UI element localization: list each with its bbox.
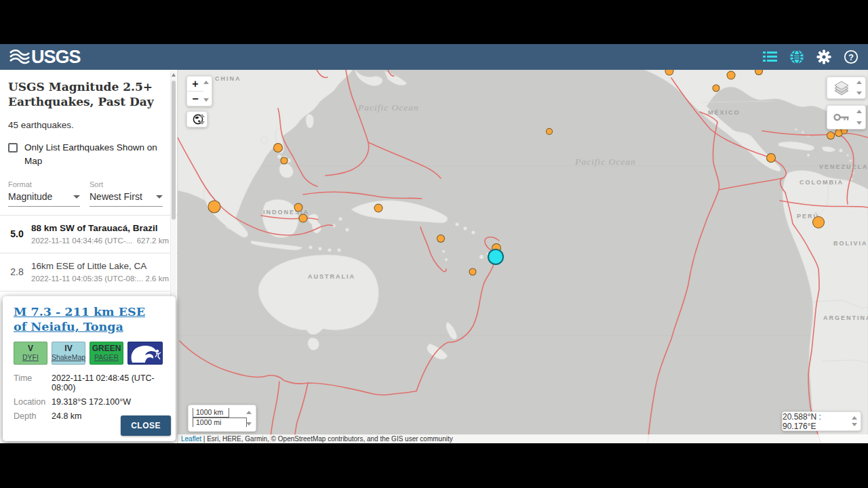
format-label: Format (8, 180, 80, 188)
depth-label: Depth (14, 411, 52, 421)
shakemap-badge[interactable]: IV ShakeMap (52, 342, 85, 365)
dyfi-value: V (28, 344, 33, 353)
coordinate-readout: 20.588°N : 90.176°E (782, 411, 861, 431)
time-label: Time (14, 373, 52, 392)
quake-title: 16km ESE of Little Lake, CA (31, 261, 170, 271)
quake-depth: 627.2 km (137, 237, 169, 245)
zoom-in-button[interactable]: + (187, 77, 203, 92)
time-value: 2022-11-11 02:48:45 (UTC-08:00) (52, 373, 165, 392)
page-title: USGS Magnitude 2.5+ Earthquakes, Past Da… (8, 79, 163, 109)
key-icon[interactable] (833, 111, 850, 123)
close-button[interactable]: CLOSE (121, 415, 171, 436)
scroll-up-arrow[interactable] (172, 73, 176, 77)
logo-text: USGS (31, 47, 81, 68)
zoom-control[interactable]: + − (186, 76, 212, 106)
earthquake-marker[interactable] (294, 203, 303, 212)
pager-label[interactable]: PAGER (94, 353, 119, 362)
quake-time: 2022-11-11 04:05:35 (UTC-08:... (31, 274, 143, 283)
earthquake-detail-popup: M 7.3 - 211 km ESE of Neiafu, Tonga V DY… (3, 296, 176, 441)
earthquake-marker[interactable] (281, 157, 288, 165)
only-list-shown-checkbox[interactable] (8, 143, 18, 152)
earthquake-marker[interactable] (766, 153, 776, 163)
map-canvas[interactable]: CHINAPacific OceanPacific OceanINDONESIA… (178, 70, 868, 443)
layers-icon[interactable] (833, 80, 850, 96)
scrollbar-thumb[interactable] (172, 81, 176, 220)
selected-earthquake-marker[interactable] (488, 249, 504, 265)
quake-depth: 2.6 km (145, 274, 169, 283)
tsunami-wave-icon (128, 342, 163, 365)
globe-icon[interactable] (789, 49, 804, 64)
scale-control: 1000 km 1000 mi (188, 405, 256, 432)
spinner-up-icon[interactable] (852, 416, 857, 420)
list-item[interactable]: 5.0 88 km SW of Tarauacá, Brazil 2022-11… (0, 216, 177, 253)
pager-badge[interactable]: GREEN PAGER (90, 342, 123, 365)
magnitude: 2.8 (3, 261, 31, 283)
tsunami-badge[interactable] (127, 342, 163, 365)
chevron-down-icon (156, 195, 163, 199)
earthquake-marker[interactable] (374, 204, 383, 213)
sort-label: Sort (90, 180, 163, 188)
layers-control[interactable] (827, 77, 866, 99)
spinner-up-icon[interactable] (246, 411, 252, 414)
location-label: Location (14, 397, 52, 407)
spinner-up-icon[interactable] (856, 81, 862, 84)
zoom-out-button[interactable]: − (187, 92, 203, 106)
location-value: 19.318°S 172.100°W (52, 397, 131, 407)
attribution-text: | Esri, HERE, Garmin, © OpenStreetMap co… (201, 435, 453, 443)
shakemap-label[interactable]: ShakeMap (52, 353, 85, 362)
spinner-down-icon[interactable] (246, 422, 252, 426)
spinner-up-icon[interactable] (203, 81, 209, 84)
earthquake-list: 5.0 88 km SW of Tarauacá, Brazil 2022-11… (0, 215, 177, 291)
spinner-down-icon[interactable] (856, 121, 862, 125)
app-header: USGS (0, 44, 868, 70)
shakemap-value: IV (64, 344, 72, 353)
dyfi-badge[interactable]: V DYFI (14, 342, 47, 365)
spinner-down-icon[interactable] (199, 121, 205, 125)
earthquake-count: 45 earthquakes. (8, 120, 177, 130)
spinner-down-icon[interactable] (203, 98, 209, 102)
spinner-up-icon[interactable] (199, 114, 205, 117)
earthquake-marker[interactable] (713, 85, 720, 92)
basemap (178, 70, 868, 443)
earthquake-marker[interactable] (208, 201, 221, 214)
sort-select[interactable]: Newest First (90, 188, 163, 207)
format-select[interactable]: Magnitude (8, 188, 80, 207)
pager-value: GREEN (92, 344, 121, 353)
event-title-link[interactable]: M 7.3 - 211 km ESE of Neiafu, Tonga (14, 304, 159, 334)
earthquake-marker[interactable] (273, 143, 283, 152)
help-icon[interactable]: ? (844, 49, 859, 64)
map-attribution: Leaflet | Esri, HERE, Garmin, © OpenStre… (178, 434, 868, 443)
legend-control[interactable] (827, 105, 866, 129)
chevron-down-icon (73, 195, 80, 199)
settings-icon[interactable] (816, 49, 831, 64)
earthquake-marker[interactable] (812, 216, 825, 228)
list-icon[interactable] (763, 51, 777, 63)
earthquake-marker[interactable] (546, 128, 553, 135)
earthquake-marker[interactable] (469, 268, 477, 276)
list-item[interactable]: 2.8 16km ESE of Little Lake, CA 2022-11-… (0, 253, 177, 291)
screen: USGS (0, 0, 868, 488)
spinner-down-icon[interactable] (856, 92, 862, 95)
usgs-logo[interactable]: USGS (9, 47, 81, 68)
earthquake-marker[interactable] (437, 235, 445, 243)
earthquake-marker[interactable] (827, 131, 835, 140)
quake-title: 88 km SW of Tarauacá, Brazil (31, 223, 170, 233)
magnitude: 5.0 (3, 223, 31, 245)
spinner-down-icon[interactable] (852, 423, 857, 426)
spinner-up-icon[interactable] (856, 110, 862, 113)
coordinates-text: 20.588°N : 90.176°E (783, 412, 854, 431)
depth-value: 24.8 km (52, 411, 81, 421)
quake-time: 2022-11-11 04:34:46 (UTC-... (31, 237, 132, 245)
scale-km: 1000 km (193, 408, 229, 418)
dyfi-label[interactable]: DYFI (22, 353, 39, 362)
leaflet-link[interactable]: Leaflet (181, 435, 201, 443)
reset-view-control[interactable] (186, 111, 208, 127)
usgs-wave-icon (9, 47, 30, 66)
svg-text:?: ? (848, 53, 854, 62)
format-value: Magnitude (8, 191, 52, 202)
earthquake-marker[interactable] (727, 71, 736, 80)
sort-value: Newest First (90, 191, 142, 202)
checkbox-label[interactable]: Only List Earthquakes Shown on Map (24, 141, 164, 168)
scale-mi: 1000 mi (193, 418, 247, 427)
earthquake-marker[interactable] (299, 214, 308, 223)
